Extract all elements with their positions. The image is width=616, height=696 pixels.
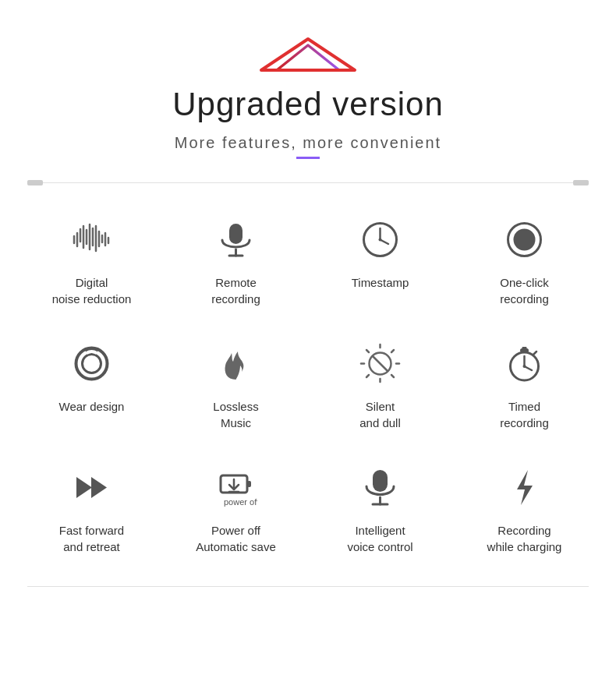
feature-digital-noise-reduction: Digitalnoise reduction <box>23 207 160 315</box>
svg-marker-1 <box>277 45 339 70</box>
svg-marker-44 <box>91 477 107 498</box>
feature-recording-charging: Recordingwhile charging <box>456 454 593 563</box>
feature-remote-recording: Remoterecording <box>168 207 304 315</box>
feature-lossless-music: LosslessMusic <box>168 330 304 439</box>
lossless-music-label: LosslessMusic <box>213 398 258 431</box>
feature-timed-recording: Timedrecording <box>456 330 593 439</box>
record-button-icon <box>499 214 550 265</box>
feature-fast-forward: Fast forwardand retreat <box>23 454 160 563</box>
svg-line-42 <box>533 352 536 355</box>
feature-intelligent-voice: Intelligentvoice control <box>312 454 448 563</box>
remote-recording-label: Remoterecording <box>211 274 260 307</box>
recording-charging-label: Recordingwhile charging <box>487 522 562 555</box>
waveform-icon <box>66 214 117 265</box>
feature-wear-design: Wear design <box>23 330 160 439</box>
logo-icon <box>253 31 363 78</box>
svg-point-25 <box>83 355 101 373</box>
svg-point-23 <box>514 229 536 251</box>
page-subtitle: More features, more convenient <box>175 134 441 152</box>
bottom-divider <box>27 586 589 587</box>
feature-one-click-recording: One-clickrecording <box>456 207 593 315</box>
svg-rect-46 <box>247 481 251 487</box>
lightning-icon <box>499 462 550 513</box>
svg-line-34 <box>391 350 394 352</box>
svg-marker-43 <box>76 477 92 498</box>
intelligent-voice-label: Intelligentvoice control <box>347 522 412 555</box>
timed-recording-label: Timedrecording <box>500 398 549 431</box>
power-off-save-label: Power offAutomatic save <box>196 522 276 555</box>
svg-line-27 <box>373 356 388 371</box>
svg-rect-38 <box>522 347 527 350</box>
digital-noise-label: Digitalnoise reduction <box>52 274 132 307</box>
page-title: Upgraded version <box>172 86 444 123</box>
fast-forward-label: Fast forwardand retreat <box>59 522 124 555</box>
silent-dull-label: Silentand dull <box>359 398 401 431</box>
features-grid: Digitalnoise reduction Remoterecording T… <box>0 199 616 578</box>
timer-icon <box>499 338 550 389</box>
mute-light-icon <box>355 338 405 389</box>
svg-rect-15 <box>229 224 243 244</box>
svg-point-41 <box>523 365 526 368</box>
clock-icon <box>355 214 405 265</box>
svg-point-21 <box>379 238 382 242</box>
top-divider <box>27 182 589 183</box>
wear-design-label: Wear design <box>59 398 125 415</box>
flame-icon <box>211 338 261 389</box>
svg-line-32 <box>366 350 369 352</box>
one-click-recording-label: One-clickrecording <box>500 274 549 307</box>
accent-line <box>296 157 320 159</box>
page-header: Upgraded version More features, more con… <box>172 0 444 167</box>
feature-timestamp: Timestamp <box>312 207 448 315</box>
feature-power-off-save: power off Power offAutomatic save <box>168 454 304 563</box>
svg-line-35 <box>366 375 369 377</box>
feature-silent-dull: Silentand dull <box>312 330 448 439</box>
microphone2-icon <box>355 462 405 513</box>
battery-save-icon: power off <box>211 462 261 513</box>
svg-marker-53 <box>517 470 533 505</box>
svg-marker-0 <box>261 39 355 70</box>
svg-text:power off: power off <box>224 497 257 507</box>
svg-line-33 <box>391 375 394 377</box>
timestamp-label: Timestamp <box>352 274 409 291</box>
fast-forward-icon <box>66 462 117 513</box>
ring-icon <box>66 338 117 389</box>
microphone-icon <box>211 214 261 265</box>
svg-rect-50 <box>373 470 388 492</box>
